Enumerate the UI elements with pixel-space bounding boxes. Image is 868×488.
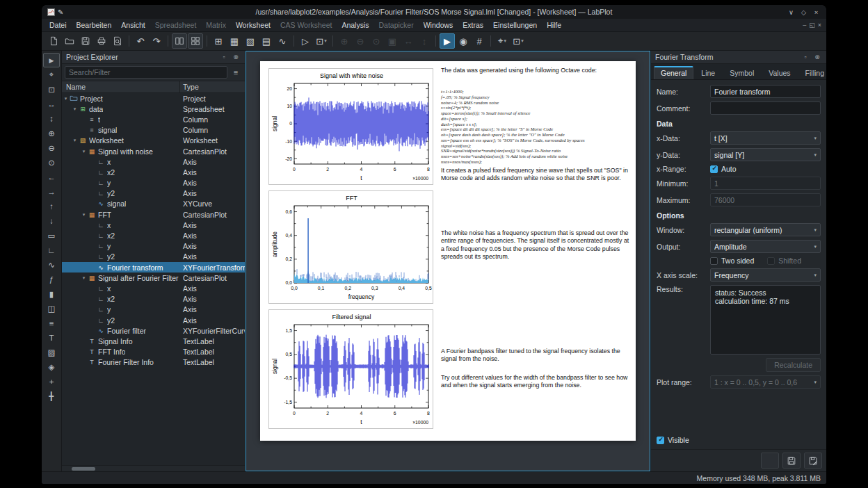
add-legend-tool[interactable]: ≡ — [43, 316, 60, 330]
column-header-type[interactable]: Type — [180, 83, 245, 91]
magnification-dropdown[interactable]: ⊡▾ — [511, 33, 526, 49]
expand-arrow-icon[interactable]: ▾ — [80, 149, 88, 154]
cursor-tool[interactable]: ╋ — [43, 389, 60, 403]
save-configuration-button[interactable] — [782, 453, 801, 469]
tree-row-fourier-transform[interactable]: ∿Fourier transformXYFourierTransformCurv… — [62, 262, 245, 273]
auto-scale-tool[interactable]: ⊙ — [43, 155, 60, 170]
xdata-combobox[interactable]: t [X]▾ — [710, 131, 821, 145]
plot-filtered-signal[interactable]: Filtered signal1,50,5-0,5-1,502468t×1000… — [268, 309, 433, 429]
zoom-select-tool[interactable]: ⊡ — [43, 82, 60, 97]
tree-row-x[interactable]: ∟xAxis — [62, 220, 245, 230]
tree-row-signal[interactable]: ∿signalXYCurve — [62, 199, 245, 209]
visible-checkbox[interactable] — [657, 437, 664, 444]
new-worksheet-button[interactable]: ▧ — [243, 33, 258, 49]
add-text-tool[interactable]: T — [43, 330, 60, 345]
tab-symbol[interactable]: Symbol — [723, 66, 761, 79]
tree-row-project[interactable]: ▾ProjectProject — [62, 93, 245, 104]
pointer-mode-button[interactable]: ▷ — [298, 33, 313, 49]
tab-line[interactable]: Line — [694, 66, 722, 79]
close-dock-icon[interactable]: ⊗ — [812, 54, 822, 60]
tree-horizontal-scrollbar[interactable] — [62, 465, 245, 471]
shift-left-tool[interactable]: ← — [43, 170, 60, 184]
minimize-button[interactable]: ∨ — [786, 8, 796, 16]
zoom-out-tool[interactable]: ⊖ — [43, 140, 60, 155]
scrollbar-thumb[interactable] — [72, 467, 95, 471]
expand-arrow-icon[interactable]: ▾ — [80, 212, 88, 218]
grid-button[interactable]: # — [472, 33, 487, 49]
window-visibility-button[interactable] — [172, 33, 187, 49]
add-boxplot-tool[interactable]: ◫ — [43, 301, 60, 316]
menu-ansicht[interactable]: Ansicht — [116, 19, 150, 31]
expand-arrow-icon[interactable]: ▾ — [71, 106, 79, 112]
zoom-y-tool[interactable]: ↕ — [43, 111, 60, 126]
add-curve-tool[interactable]: ∿ — [43, 257, 60, 272]
worksheet-page[interactable]: Signal with white noise20100-10-2002468t… — [260, 61, 636, 441]
zoom-in-tool[interactable]: ⊕ — [43, 126, 60, 140]
open-project-button[interactable] — [62, 33, 77, 49]
expand-arrow-icon[interactable]: ▾ — [71, 138, 79, 143]
tree-row-x2[interactable]: ∟x2Axis — [62, 230, 245, 241]
add-histogram-tool[interactable]: ▮ — [43, 286, 60, 301]
tree-row-y[interactable]: ∟yAxis — [62, 304, 245, 315]
new-note-button[interactable]: ▤ — [259, 33, 274, 49]
menu-windows[interactable]: Windows — [419, 19, 458, 31]
load-configuration-button[interactable] — [761, 453, 779, 469]
add-axis-tool[interactable]: ∟ — [43, 243, 60, 257]
select-tool[interactable]: ► — [43, 53, 60, 67]
maximize-button[interactable]: ◇ — [798, 8, 809, 16]
new-matrix-button[interactable]: ▦ — [227, 33, 242, 49]
plot-fft[interactable]: FFT0,00,20,40,60,00,10,20,30,40,5frequen… — [268, 190, 433, 304]
titlebar[interactable]: ✎ /usr/share/labplot2/examples/Analysis/… — [42, 5, 826, 19]
window-combobox[interactable]: rectangular (uniform)▾ — [710, 223, 821, 236]
search-input[interactable] — [65, 66, 227, 79]
float-dock-icon[interactable]: ▫ — [801, 54, 810, 60]
output-combobox[interactable]: Amplitude▾ — [710, 240, 821, 253]
expand-arrow-icon[interactable]: ▾ — [80, 275, 88, 281]
tree-row-signal[interactable]: ≡signalColumn — [62, 125, 245, 136]
tab-filling[interactable]: Filling — [798, 66, 826, 79]
tree-row-fft[interactable]: ▾▦FFTCartesianPlot — [62, 209, 245, 220]
plot-signal-with-noise[interactable]: Signal with white noise20100-10-2002468t… — [268, 68, 433, 185]
shift-right-tool[interactable]: → — [43, 184, 60, 199]
tree-row-y[interactable]: ∟yAxis — [62, 178, 245, 188]
ydata-combobox[interactable]: signal [Y]▾ — [710, 148, 821, 161]
tree-row-x2[interactable]: ∟x2Axis — [62, 294, 245, 304]
menu-einstellungen[interactable]: Einstellungen — [488, 19, 542, 31]
menu-hilfe[interactable]: Hilfe — [542, 19, 566, 31]
add-plot-tool[interactable]: ▭ — [43, 228, 60, 243]
close-dock-icon[interactable]: ⊗ — [231, 54, 241, 60]
redo-button[interactable]: ↷ — [149, 33, 164, 49]
tree-row-x2[interactable]: ∟x2Axis — [62, 167, 245, 177]
undo-button[interactable]: ↶ — [133, 33, 148, 49]
tree-row-x[interactable]: ∟xAxis — [62, 156, 245, 167]
new-plot-button[interactable]: ∿ — [275, 33, 290, 49]
subwindow-minimize-icon[interactable]: – — [803, 22, 806, 29]
save-project-button[interactable] — [78, 33, 93, 49]
tree-row-data[interactable]: ▾⊞dataSpreadsheet — [62, 104, 245, 114]
add-equation-curve-tool[interactable]: ƒ — [43, 272, 60, 286]
close-button[interactable]: × — [811, 8, 821, 16]
print-button[interactable] — [94, 33, 109, 49]
tree-row-fourier-filter-info[interactable]: TFourier Filter InfoTextLabel — [62, 357, 245, 368]
add-reference-line-tool[interactable]: ◈ — [43, 359, 60, 374]
subwindow-restore-icon[interactable]: ◱ — [809, 22, 815, 29]
crosshair-tool[interactable]: ⌖ — [43, 67, 60, 82]
add-image-tool[interactable]: ▨ — [43, 345, 60, 359]
name-input[interactable] — [710, 85, 821, 98]
print-preview-button[interactable] — [110, 33, 125, 49]
menu-analysis[interactable]: Analysis — [337, 19, 373, 31]
recalculate-button[interactable]: Recalculate — [766, 358, 821, 372]
shift-down-tool[interactable]: ↓ — [43, 213, 60, 228]
tree-row-t[interactable]: ≡tColumn — [62, 114, 245, 124]
new-spreadsheet-button[interactable]: ⊞ — [211, 33, 226, 49]
tree-row-y[interactable]: ∟yAxis — [62, 241, 245, 252]
expand-arrow-icon[interactable]: ▾ — [62, 96, 70, 101]
tree-row-fourier-filter[interactable]: ∿Fourier filterXYFourierFilterCurve — [62, 325, 245, 336]
filter-options-icon[interactable]: ≡ — [230, 66, 242, 79]
add-custom-point-tool[interactable]: + — [43, 374, 60, 389]
tree-row-y2[interactable]: ∟y2Axis — [62, 252, 245, 262]
subwindow-close-icon[interactable]: × — [818, 22, 821, 29]
float-dock-icon[interactable]: ▫ — [219, 54, 229, 60]
new-project-button[interactable] — [46, 33, 61, 49]
tree-row-signal-after-fourier-filter[interactable]: ▾▦Signal after Fourier FilterCartesianPl… — [62, 273, 245, 283]
